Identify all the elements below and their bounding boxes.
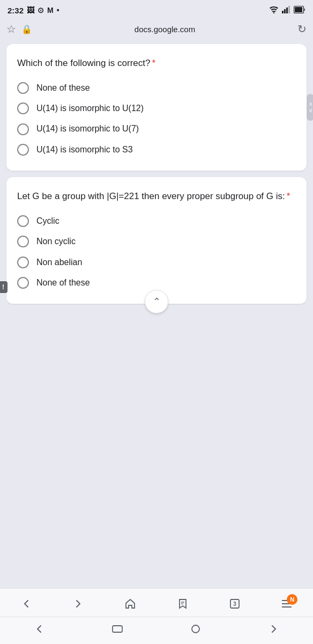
required-star-q2: * [287, 191, 290, 201]
svg-point-0 [273, 12, 274, 13]
q2-radio-3[interactable] [17, 257, 29, 268]
system-recents-button[interactable] [101, 620, 133, 638]
question1-options: None of these U(14) is isomorphic to U(1… [17, 82, 296, 156]
q1-radio-2[interactable] [17, 103, 29, 114]
question2-options: Cyclic Non cyclic Non abelian None of th… [17, 215, 296, 289]
q1-option-4[interactable]: U(14) is isomorphic to S3 [17, 144, 296, 156]
q1-radio-3[interactable] [17, 123, 29, 135]
q1-radio-4[interactable] [17, 144, 29, 156]
q2-radio-2[interactable] [17, 236, 29, 247]
q2-radio-1[interactable] [17, 215, 29, 227]
q2-option-4[interactable]: None of these [17, 277, 296, 289]
nav-menu-button[interactable]: N [275, 594, 299, 613]
question1-card: Which of the following is correct?* None… [6, 44, 307, 171]
q1-label-3: U(14) is isomorphic to U(7) [36, 123, 139, 135]
svg-point-13 [192, 625, 199, 633]
q2-radio-4[interactable] [17, 277, 29, 289]
svg-rect-4 [288, 6, 290, 13]
q1-option-3[interactable]: U(14) is isomorphic to U(7) [17, 123, 296, 135]
battery-icon [294, 6, 305, 15]
q1-label-4: U(14) is isomorphic to S3 [36, 144, 133, 156]
q2-option-1[interactable]: Cyclic [17, 215, 296, 227]
nav-top-row: 3 N [0, 589, 313, 617]
nav-home-button[interactable] [118, 594, 142, 613]
dot-indicator: • [57, 6, 59, 14]
svg-rect-3 [286, 8, 288, 13]
svg-rect-6 [295, 7, 302, 12]
q1-option-1[interactable]: None of these [17, 82, 296, 94]
media-icon: ⊙ [38, 6, 44, 14]
screenshot-icon: 🖼 [27, 6, 34, 14]
scroll-up-chevron: ∧ [309, 101, 312, 107]
question2-text: Let G be a group with |G|=221 then every… [17, 190, 296, 203]
svg-rect-2 [284, 9, 286, 13]
question1-card-wrapper: Which of the following is correct?* None… [6, 44, 307, 171]
q2-option-3[interactable]: Non abelian [17, 257, 296, 268]
message-icon: M [47, 6, 54, 14]
nav-back-button[interactable] [14, 594, 38, 613]
q2-label-4: None of these [36, 277, 90, 289]
status-right [269, 6, 305, 15]
svg-rect-12 [113, 626, 122, 632]
nav-badge: N [287, 594, 297, 605]
q1-label-2: U(14) is isomorphic to U(12) [36, 103, 144, 114]
url-display[interactable]: docs.google.com [38, 25, 292, 34]
time-display: 2:32 [8, 6, 24, 15]
page-content: Which of the following is correct?* None… [0, 40, 313, 588]
svg-text:3: 3 [233, 601, 236, 607]
browser-bar: ☆ 🔒 docs.google.com ↻ [0, 19, 313, 40]
q2-label-2: Non cyclic [36, 236, 76, 247]
system-back-button[interactable] [23, 620, 55, 638]
q2-label-1: Cyclic [36, 215, 59, 227]
nav-forward-button[interactable] [66, 594, 90, 613]
nav-bookmark-button[interactable] [171, 594, 195, 613]
question1-text: Which of the following is correct?* [17, 57, 296, 70]
q1-option-2[interactable]: U(14) is isomorphic to U(12) [17, 103, 296, 114]
q2-option-2[interactable]: Non cyclic [17, 236, 296, 247]
required-star-q1: * [152, 58, 156, 68]
question2-card-wrapper: Let G be a group with |G|=221 then every… [6, 177, 307, 304]
signal-icon [282, 6, 290, 15]
bottom-nav: 3 N [0, 588, 313, 644]
system-forward-button[interactable] [258, 620, 290, 638]
q1-radio-1[interactable] [17, 82, 29, 94]
wifi-icon [269, 6, 279, 15]
nav-bottom-row [0, 617, 313, 644]
scroll-down-chevron: ∨ [309, 108, 312, 113]
nav-tabs-button[interactable]: 3 [223, 594, 247, 613]
status-left: 2:32 🖼 ⊙ M • [8, 6, 59, 15]
feedback-button[interactable]: ! [0, 281, 8, 293]
system-home-button[interactable] [180, 620, 212, 638]
question2-card: Let G be a group with |G|=221 then every… [6, 177, 307, 304]
reload-icon[interactable]: ↻ [297, 23, 307, 35]
scroll-handle[interactable]: ∧ ∨ [307, 94, 313, 121]
q2-label-3: Non abelian [36, 257, 82, 268]
status-bar: 2:32 🖼 ⊙ M • [0, 0, 313, 19]
star-icon[interactable]: ☆ [6, 23, 16, 35]
q1-label-1: None of these [36, 82, 90, 94]
lock-icon: 🔒 [21, 24, 32, 34]
scroll-to-top-button[interactable]: ⌃ [145, 290, 168, 313]
svg-rect-1 [282, 11, 284, 13]
